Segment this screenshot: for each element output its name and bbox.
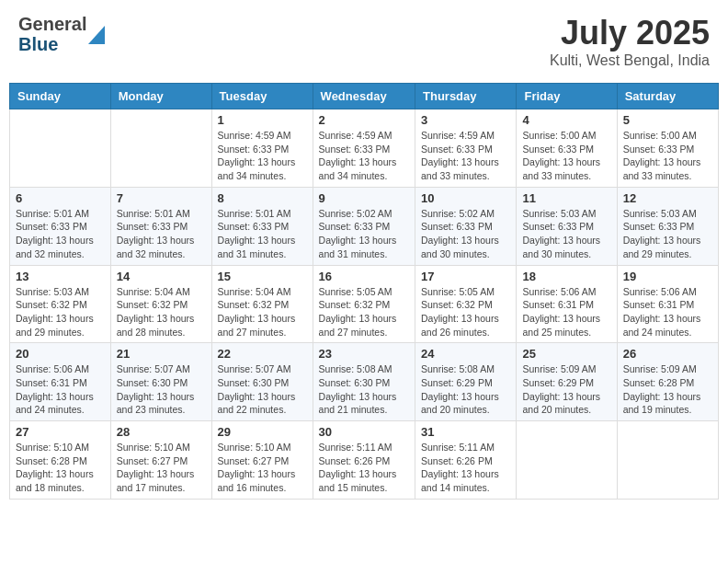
day-info: Sunrise: 5:08 AMSunset: 6:30 PMDaylight:…: [319, 362, 409, 417]
day-info: Sunrise: 5:09 AMSunset: 6:29 PMDaylight:…: [522, 362, 610, 417]
calendar-cell: 19Sunrise: 5:06 AMSunset: 6:31 PMDayligh…: [617, 265, 718, 343]
calendar-cell: 12Sunrise: 5:03 AMSunset: 6:33 PMDayligh…: [617, 187, 718, 265]
calendar-cell: 15Sunrise: 5:04 AMSunset: 6:32 PMDayligh…: [211, 265, 313, 343]
calendar-cell: 25Sunrise: 5:09 AMSunset: 6:29 PMDayligh…: [517, 343, 617, 421]
calendar-cell: 11Sunrise: 5:03 AMSunset: 6:33 PMDayligh…: [517, 187, 617, 265]
logo-general: General: [18, 14, 86, 34]
day-number: 17: [421, 270, 510, 283]
logo-icon: [88, 24, 105, 44]
weekday-header-wednesday: Wednesday: [313, 84, 415, 109]
day-info: Sunrise: 5:06 AMSunset: 6:31 PMDaylight:…: [623, 285, 712, 339]
week-row-4: 20Sunrise: 5:06 AMSunset: 6:31 PMDayligh…: [10, 343, 719, 421]
day-info: Sunrise: 5:04 AMSunset: 6:32 PMDaylight:…: [218, 285, 307, 339]
calendar-cell: 29Sunrise: 5:10 AMSunset: 6:27 PMDayligh…: [211, 421, 313, 500]
calendar-cell: 18Sunrise: 5:06 AMSunset: 6:31 PMDayligh…: [517, 265, 617, 343]
weekday-header-friday: Friday: [517, 84, 617, 109]
day-number: 1: [218, 113, 307, 127]
day-number: 27: [16, 425, 105, 439]
calendar-cell: 20Sunrise: 5:06 AMSunset: 6:31 PMDayligh…: [10, 343, 111, 421]
day-number: 13: [16, 270, 105, 283]
page-header: General Blue July 2025 Kulti, West Benga…: [9, 9, 719, 74]
week-row-2: 6Sunrise: 5:01 AMSunset: 6:33 PMDaylight…: [10, 187, 719, 265]
day-info: Sunrise: 5:02 AMSunset: 6:33 PMDaylight:…: [421, 207, 510, 261]
calendar-cell: 28Sunrise: 5:10 AMSunset: 6:27 PMDayligh…: [110, 421, 211, 500]
calendar-cell: 22Sunrise: 5:07 AMSunset: 6:30 PMDayligh…: [211, 343, 313, 421]
day-info: Sunrise: 5:08 AMSunset: 6:29 PMDaylight:…: [421, 362, 510, 417]
calendar-cell: 13Sunrise: 5:03 AMSunset: 6:32 PMDayligh…: [10, 265, 111, 343]
calendar-cell: 6Sunrise: 5:01 AMSunset: 6:33 PMDaylight…: [10, 187, 111, 265]
day-number: 10: [421, 191, 510, 205]
calendar-cell: 3Sunrise: 4:59 AMSunset: 6:33 PMDaylight…: [415, 109, 517, 188]
calendar-cell: 23Sunrise: 5:08 AMSunset: 6:30 PMDayligh…: [313, 343, 415, 421]
day-info: Sunrise: 5:05 AMSunset: 6:32 PMDaylight:…: [421, 285, 510, 339]
day-info: Sunrise: 5:03 AMSunset: 6:32 PMDaylight:…: [16, 285, 105, 339]
day-info: Sunrise: 5:10 AMSunset: 6:27 PMDaylight:…: [218, 441, 307, 495]
weekday-header-monday: Monday: [110, 84, 211, 109]
calendar-cell: 17Sunrise: 5:05 AMSunset: 6:32 PMDayligh…: [415, 265, 517, 343]
month-title: July 2025: [550, 14, 710, 52]
weekday-header-saturday: Saturday: [617, 84, 718, 109]
day-number: 21: [117, 347, 206, 361]
calendar-cell: 2Sunrise: 4:59 AMSunset: 6:33 PMDaylight…: [313, 109, 415, 188]
calendar-table: SundayMondayTuesdayWednesdayThursdayFrid…: [9, 83, 719, 500]
weekday-header-row: SundayMondayTuesdayWednesdayThursdayFrid…: [10, 84, 719, 109]
logo-blue: Blue: [18, 34, 86, 54]
day-number: 19: [623, 270, 712, 283]
day-number: 14: [117, 270, 206, 283]
calendar-cell: 26Sunrise: 5:09 AMSunset: 6:28 PMDayligh…: [617, 343, 718, 421]
calendar-cell: [517, 421, 617, 500]
day-info: Sunrise: 5:01 AMSunset: 6:33 PMDaylight:…: [117, 207, 206, 261]
day-info: Sunrise: 5:07 AMSunset: 6:30 PMDaylight:…: [117, 362, 206, 417]
week-row-5: 27Sunrise: 5:10 AMSunset: 6:28 PMDayligh…: [10, 421, 719, 500]
day-number: 9: [319, 191, 409, 205]
weekday-header-sunday: Sunday: [10, 84, 111, 109]
calendar-cell: [10, 109, 111, 188]
day-info: Sunrise: 5:03 AMSunset: 6:33 PMDaylight:…: [623, 207, 712, 261]
calendar-cell: [110, 109, 211, 188]
calendar-cell: 8Sunrise: 5:01 AMSunset: 6:33 PMDaylight…: [211, 187, 313, 265]
day-number: 18: [522, 270, 610, 283]
calendar-cell: 4Sunrise: 5:00 AMSunset: 6:33 PMDaylight…: [517, 109, 617, 188]
day-info: Sunrise: 5:02 AMSunset: 6:33 PMDaylight:…: [319, 207, 409, 261]
day-info: Sunrise: 5:11 AMSunset: 6:26 PMDaylight:…: [421, 441, 510, 495]
day-number: 28: [117, 425, 206, 439]
week-row-3: 13Sunrise: 5:03 AMSunset: 6:32 PMDayligh…: [10, 265, 719, 343]
day-info: Sunrise: 5:05 AMSunset: 6:32 PMDaylight:…: [319, 285, 409, 339]
logo-text: General Blue: [18, 14, 86, 54]
calendar-cell: 14Sunrise: 5:04 AMSunset: 6:32 PMDayligh…: [110, 265, 211, 343]
calendar-cell: 10Sunrise: 5:02 AMSunset: 6:33 PMDayligh…: [415, 187, 517, 265]
day-number: 7: [117, 191, 206, 205]
svg-marker-0: [88, 26, 105, 44]
day-number: 23: [319, 347, 409, 361]
calendar-cell: 21Sunrise: 5:07 AMSunset: 6:30 PMDayligh…: [110, 343, 211, 421]
title-section: July 2025 Kulti, West Bengal, India: [550, 14, 710, 69]
calendar-cell: 16Sunrise: 5:05 AMSunset: 6:32 PMDayligh…: [313, 265, 415, 343]
day-info: Sunrise: 5:06 AMSunset: 6:31 PMDaylight:…: [522, 285, 610, 339]
calendar-cell: [617, 421, 718, 500]
logo: General Blue: [18, 14, 105, 54]
calendar-cell: 27Sunrise: 5:10 AMSunset: 6:28 PMDayligh…: [10, 421, 111, 500]
calendar-cell: 9Sunrise: 5:02 AMSunset: 6:33 PMDaylight…: [313, 187, 415, 265]
location: Kulti, West Bengal, India: [550, 52, 710, 69]
day-number: 6: [16, 191, 105, 205]
calendar-cell: 31Sunrise: 5:11 AMSunset: 6:26 PMDayligh…: [415, 421, 517, 500]
day-number: 20: [16, 347, 105, 361]
day-number: 3: [421, 113, 510, 127]
day-number: 15: [218, 270, 307, 283]
day-number: 31: [421, 425, 510, 439]
day-info: Sunrise: 5:10 AMSunset: 6:27 PMDaylight:…: [117, 441, 206, 495]
day-number: 11: [522, 191, 610, 205]
day-number: 26: [623, 347, 712, 361]
calendar-cell: 30Sunrise: 5:11 AMSunset: 6:26 PMDayligh…: [313, 421, 415, 500]
day-info: Sunrise: 5:06 AMSunset: 6:31 PMDaylight:…: [16, 362, 105, 417]
calendar-cell: 5Sunrise: 5:00 AMSunset: 6:33 PMDaylight…: [617, 109, 718, 188]
day-info: Sunrise: 5:00 AMSunset: 6:33 PMDaylight:…: [522, 129, 610, 183]
day-info: Sunrise: 5:03 AMSunset: 6:33 PMDaylight:…: [522, 207, 610, 261]
day-info: Sunrise: 4:59 AMSunset: 6:33 PMDaylight:…: [319, 129, 409, 183]
day-info: Sunrise: 5:11 AMSunset: 6:26 PMDaylight:…: [319, 441, 409, 495]
day-number: 8: [218, 191, 307, 205]
day-number: 12: [623, 191, 712, 205]
day-info: Sunrise: 4:59 AMSunset: 6:33 PMDaylight:…: [218, 129, 307, 183]
day-number: 5: [623, 113, 712, 127]
calendar-cell: 1Sunrise: 4:59 AMSunset: 6:33 PMDaylight…: [211, 109, 313, 188]
